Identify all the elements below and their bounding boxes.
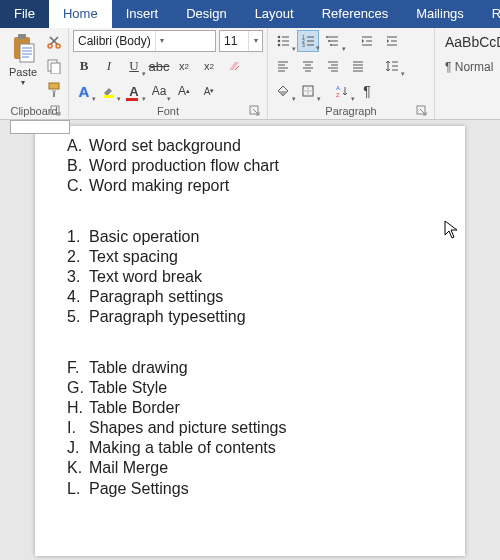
svg-rect-2 <box>20 44 34 62</box>
numbering-button[interactable]: 123 <box>297 30 319 52</box>
tab-design[interactable]: Design <box>172 0 240 28</box>
show-hide-button[interactable]: ¶ <box>356 80 378 102</box>
list-item[interactable]: L.Page Settings <box>67 479 445 498</box>
style-preview: AaBbCcDd <box>445 34 500 50</box>
list-item[interactable]: K.Mail Merge <box>67 458 445 477</box>
tab-review[interactable]: Review <box>478 0 500 28</box>
list-item[interactable]: F.Table drawing <box>67 358 445 377</box>
style-name: ¶ Normal <box>445 60 500 74</box>
font-size-combo[interactable]: 11▾ <box>219 30 263 52</box>
chevron-down-icon: ▾ <box>248 31 262 51</box>
ribbon-tabs: File Home Insert Design Layout Reference… <box>0 0 500 28</box>
font-color-button[interactable]: A <box>123 80 145 102</box>
tab-file[interactable]: File <box>0 0 49 28</box>
bold-button[interactable]: B <box>73 55 95 77</box>
copy-button[interactable] <box>44 56 64 76</box>
svg-rect-8 <box>52 89 56 92</box>
list-item[interactable]: A.Word set background <box>67 136 445 155</box>
svg-point-4 <box>56 44 60 48</box>
tab-home[interactable]: Home <box>49 0 112 28</box>
list-item[interactable]: 2.Text spacing <box>67 247 445 266</box>
align-center-button[interactable] <box>297 55 319 77</box>
list-item[interactable]: 3.Text word break <box>67 267 445 286</box>
list-item[interactable]: 4.Paragraph settings <box>67 287 445 306</box>
mouse-cursor-icon <box>444 220 460 240</box>
list-item[interactable]: J.Making a table of contents <box>67 438 445 457</box>
svg-point-19 <box>326 36 328 38</box>
svg-point-15 <box>278 44 281 47</box>
strikethrough-button[interactable]: abc <box>148 55 170 77</box>
text-effects-button[interactable]: A <box>73 80 95 102</box>
bullets-button[interactable] <box>272 30 294 52</box>
svg-text:Z: Z <box>336 92 340 98</box>
sort-button[interactable]: AZ <box>331 80 353 102</box>
font-name-combo[interactable]: Calibri (Body)▾ <box>73 30 216 52</box>
list-item[interactable]: H.Table Border <box>67 398 445 417</box>
svg-rect-1 <box>18 34 26 39</box>
change-case-button[interactable]: Aa <box>148 80 170 102</box>
subscript-button[interactable]: x2 <box>173 55 195 77</box>
clipboard-dialog-launcher[interactable] <box>50 105 62 117</box>
list-item[interactable]: 5.Paragraph typesetting <box>67 307 445 326</box>
svg-point-20 <box>328 40 330 42</box>
workspace: A.Word set background B.Word production … <box>0 120 500 560</box>
highlight-button[interactable] <box>98 80 120 102</box>
paste-label: Paste <box>9 66 37 78</box>
ruler-corner <box>10 120 70 134</box>
paste-button[interactable]: Paste ▾ <box>4 30 42 103</box>
format-painter-button[interactable] <box>44 80 64 100</box>
group-paragraph: 123 AZ <box>268 28 435 119</box>
svg-point-14 <box>278 40 281 43</box>
svg-point-21 <box>330 44 332 46</box>
group-font-label: Font <box>73 103 263 119</box>
font-dialog-launcher[interactable] <box>249 105 261 117</box>
svg-point-13 <box>278 36 281 39</box>
tab-layout[interactable]: Layout <box>241 0 308 28</box>
ribbon: Paste ▾ Clipboard Calibri (Body)▾ 11▾ <box>0 28 500 120</box>
chevron-down-icon: ▾ <box>155 31 169 51</box>
borders-button[interactable] <box>297 80 319 102</box>
list-item[interactable]: G.Table Style <box>67 378 445 397</box>
group-clipboard-label: Clipboard <box>4 103 64 119</box>
align-left-button[interactable] <box>272 55 294 77</box>
svg-text:3: 3 <box>302 42 305 48</box>
shrink-font-button[interactable]: A▾ <box>198 80 220 102</box>
shading-button[interactable] <box>272 80 294 102</box>
svg-rect-9 <box>53 92 55 97</box>
svg-rect-6 <box>51 63 60 74</box>
paragraph-dialog-launcher[interactable] <box>416 105 428 117</box>
svg-rect-7 <box>49 83 59 89</box>
tab-insert[interactable]: Insert <box>112 0 173 28</box>
justify-button[interactable] <box>347 55 369 77</box>
list-item[interactable]: C.Word making report <box>67 176 445 195</box>
svg-point-3 <box>48 44 52 48</box>
group-styles: AaBbCcDd ¶ Normal <box>435 28 500 119</box>
decrease-indent-button[interactable] <box>356 30 378 52</box>
tab-references[interactable]: References <box>308 0 402 28</box>
svg-rect-11 <box>104 95 114 98</box>
grow-font-button[interactable]: A▴ <box>173 80 195 102</box>
superscript-button[interactable]: x2 <box>198 55 220 77</box>
style-normal[interactable]: AaBbCcDd ¶ Normal <box>439 30 500 78</box>
group-font: Calibri (Body)▾ 11▾ B I U abc x2 x2 A A … <box>69 28 268 119</box>
align-right-button[interactable] <box>322 55 344 77</box>
underline-button[interactable]: U <box>123 55 145 77</box>
list-item[interactable]: I.Shapes and picture settings <box>67 418 445 437</box>
increase-indent-button[interactable] <box>381 30 403 52</box>
cut-button[interactable] <box>44 32 64 52</box>
paste-icon <box>9 32 37 66</box>
group-paragraph-label: Paragraph <box>272 103 430 119</box>
list-item[interactable]: 1.Basic operation <box>67 227 445 246</box>
list-item[interactable]: B.Word production flow chart <box>67 156 445 175</box>
clear-formatting-button[interactable] <box>223 55 245 77</box>
group-clipboard: Paste ▾ Clipboard <box>0 28 69 119</box>
multilevel-list-button[interactable] <box>322 30 344 52</box>
line-spacing-button[interactable] <box>381 55 403 77</box>
paste-dropdown-icon: ▾ <box>21 78 25 87</box>
svg-text:A: A <box>336 85 340 91</box>
italic-button[interactable]: I <box>98 55 120 77</box>
tab-mailings[interactable]: Mailings <box>402 0 478 28</box>
document-page[interactable]: A.Word set background B.Word production … <box>35 126 465 556</box>
